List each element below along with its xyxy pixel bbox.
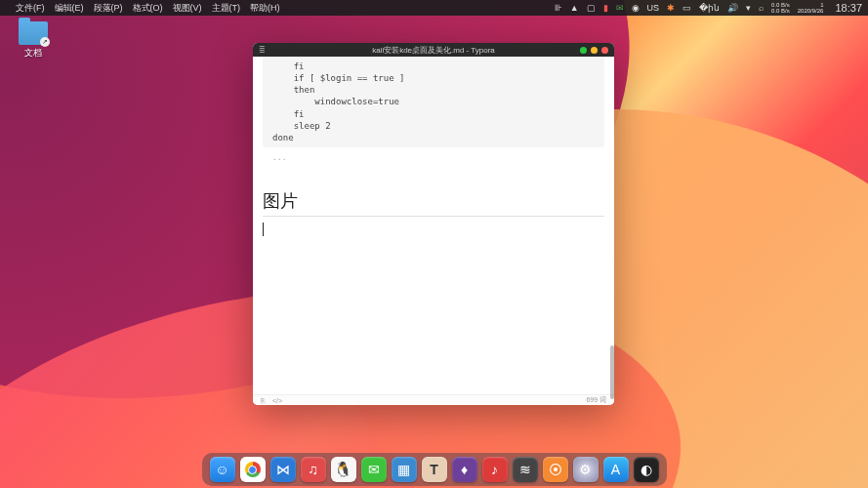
chrome-icon [245, 462, 261, 477]
dock-qq[interactable]: 🐧 [331, 457, 356, 482]
menu-file[interactable]: 文件(F) [16, 2, 45, 15]
dock-appstore[interactable]: A [603, 457, 629, 482]
system-menubar: 文件(F) 编辑(E) 段落(P) 格式(O) 视图(V) 主题(T) 帮助(H… [0, 0, 868, 16]
desktop-folder-documents[interactable]: 文档 [14, 21, 53, 60]
editor-cursor [263, 223, 264, 236]
tray-battery-icon[interactable]: ▭ [682, 3, 691, 13]
tray-chevron-icon[interactable]: ▾ [746, 3, 751, 13]
dock-rss[interactable]: ⦿ [543, 457, 568, 482]
titlebar-menu-icon[interactable]: ≣ [259, 46, 266, 55]
tray-app-icon[interactable]: ▲ [570, 3, 579, 13]
dock-vscode[interactable]: ⋈ [270, 457, 296, 482]
tray-locale[interactable]: US [647, 3, 660, 13]
menu-paragraph[interactable]: 段落(P) [94, 2, 123, 15]
desktop-folder-label: 文档 [14, 47, 53, 60]
tray-messenger-icon[interactable]: ◉ [632, 3, 640, 13]
editor-content[interactable]: fi if [ $login == true ] then windowclos… [253, 57, 614, 394]
status-word-count[interactable]: 699 词 [586, 395, 606, 405]
editor-statusbar: ⎘ </> 699 词 [253, 394, 614, 405]
dock-typora[interactable]: T [422, 457, 447, 482]
menu-view[interactable]: 视图(V) [173, 2, 202, 15]
menubar-left: 文件(F) 编辑(E) 段落(P) 格式(O) 视图(V) 主题(T) 帮助(H… [6, 2, 280, 15]
window-controls [580, 47, 608, 54]
tray-date-stack: 1 2020/9/26 [798, 2, 824, 14]
window-titlebar[interactable]: ≣ kali安装kde桌面及美化.md - Typora [253, 43, 614, 57]
dock-chrome[interactable] [240, 457, 266, 482]
tray-fulldate: 2020/9/26 [798, 8, 824, 14]
window-maximize-button[interactable] [591, 47, 598, 54]
markdown-heading[interactable]: 图片 [263, 189, 604, 217]
tray-bluetooth-icon[interactable]: ✱ [667, 3, 675, 13]
menu-help[interactable]: 帮助(H) [250, 2, 280, 15]
dock-dolphin[interactable]: ▦ [392, 457, 417, 482]
tray-chat-icon[interactable]: ✉ [616, 3, 624, 13]
dock-music[interactable]: ♪ [482, 457, 508, 482]
scrollbar-thumb[interactable] [610, 346, 614, 399]
dock-finder[interactable]: ☺ [210, 457, 235, 482]
menu-edit[interactable]: 编辑(E) [55, 2, 84, 15]
dock-netease[interactable]: ♫ [301, 457, 326, 482]
tray-clock[interactable]: 18:37 [835, 2, 862, 14]
folder-icon [19, 21, 48, 45]
dock-settings[interactable]: ⚙ [573, 457, 599, 482]
dock-wechat[interactable]: ✉ [361, 457, 387, 482]
status-outline-icon[interactable]: ⎘ [261, 397, 265, 404]
tray-wifi-icon[interactable]: �ին [699, 3, 720, 13]
net-down: 0.0 B/s [771, 8, 790, 14]
status-source-icon[interactable]: </> [272, 397, 282, 404]
dock: ☺ ⋈ ♫ 🐧 ✉ ▦ T ♦ ♪ ≋ ⦿ ⚙ A ◐ [202, 453, 667, 486]
dock-flame[interactable]: ♦ [452, 457, 477, 482]
menu-format[interactable]: 格式(O) [133, 2, 163, 15]
window-close-button[interactable] [601, 47, 608, 54]
tray-net-stats: 0.0 B/s 0.0 B/s [771, 2, 790, 14]
dock-network[interactable]: ≋ [513, 457, 538, 482]
typora-window: ≣ kali安装kde桌面及美化.md - Typora fi if [ $lo… [253, 43, 614, 405]
window-title: kali安装kde桌面及美化.md - Typora [253, 45, 614, 56]
tray-clipboard-icon[interactable]: ▢ [587, 3, 596, 13]
menu-theme[interactable]: 主题(T) [212, 2, 241, 15]
tray-volume-icon[interactable]: 🔊 [727, 3, 738, 13]
code-block-footer: ... [263, 151, 604, 164]
tray-indicator-icon[interactable]: ⊪ [555, 3, 562, 13]
code-block[interactable]: fi if [ $login == true ] then windowclos… [263, 57, 604, 147]
tray-search-icon[interactable]: ⌕ [759, 3, 764, 13]
tray-shield-icon[interactable]: ▮ [603, 3, 608, 13]
system-tray: ⊪ ▲ ▢ ▮ ✉ ◉ US ✱ ▭ �ին 🔊 ▾ ⌕ 0.0 B/s 0.0… [555, 2, 862, 14]
window-minimize-button[interactable] [580, 47, 587, 54]
dock-dashboard[interactable]: ◐ [634, 457, 659, 482]
